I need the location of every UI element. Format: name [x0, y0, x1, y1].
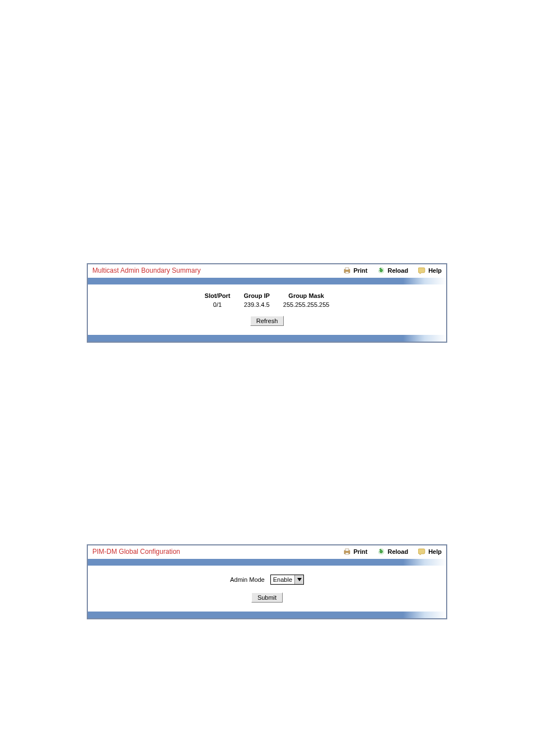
- reload-label: Reload: [387, 267, 408, 274]
- reload-button[interactable]: Reload: [377, 267, 408, 274]
- refresh-button[interactable]: Refresh: [250, 316, 284, 326]
- col-slot-port: Slot/Port: [198, 291, 237, 300]
- reload-button[interactable]: Reload: [377, 548, 408, 556]
- svg-rect-1: [345, 268, 349, 270]
- col-group-mask: Group Mask: [277, 291, 336, 300]
- cell-slot-port: 0/1: [198, 300, 237, 309]
- submit-button[interactable]: Submit: [251, 592, 283, 603]
- admin-mode-value: Enable: [273, 576, 294, 583]
- svg-rect-7: [345, 553, 349, 554]
- cell-group-ip: 239.3.4.5: [237, 300, 276, 309]
- help-label: Help: [428, 267, 442, 274]
- help-button[interactable]: Help: [418, 548, 442, 556]
- toolbar: Print Reload Help: [343, 267, 442, 274]
- table-row: 0/1 239.3.4.5 255.255.255.255: [198, 300, 336, 309]
- print-label: Print: [353, 267, 367, 274]
- table-header-row: Slot/Port Group IP Group Mask: [198, 291, 336, 300]
- svg-marker-10: [297, 578, 302, 581]
- page-title: Multicast Admin Boundary Summary: [92, 267, 343, 274]
- help-button[interactable]: Help: [418, 267, 442, 274]
- admin-mode-select[interactable]: Enable: [270, 575, 304, 585]
- svg-rect-2: [345, 272, 349, 273]
- col-group-ip: Group IP: [237, 291, 276, 300]
- chevron-down-icon: [294, 575, 303, 584]
- boundary-table: Slot/Port Group IP Group Mask 0/1 239.3.…: [198, 291, 336, 309]
- panel-content: Slot/Port Group IP Group Mask 0/1 239.3.…: [88, 284, 446, 335]
- divider-bar-bottom: [88, 612, 446, 618]
- print-icon: [343, 267, 351, 274]
- help-icon: [418, 548, 426, 556]
- print-label: Print: [353, 548, 367, 555]
- admin-mode-row: Admin Mode Enable: [88, 575, 446, 585]
- multicast-admin-boundary-panel: Multicast Admin Boundary Summary Print R…: [87, 263, 447, 343]
- page-title: PIM-DM Global Configuration: [92, 548, 343, 556]
- divider-bar-top: [88, 278, 446, 284]
- divider-bar-top: [88, 559, 446, 566]
- divider-bar-bottom: [88, 335, 446, 342]
- panel-content: Admin Mode Enable Submit: [88, 566, 446, 612]
- print-button[interactable]: Print: [343, 267, 367, 274]
- svg-rect-6: [345, 549, 349, 551]
- toolbar: Print Reload Help: [343, 548, 442, 556]
- print-button[interactable]: Print: [343, 548, 367, 556]
- pim-dm-global-config-panel: PIM-DM Global Configuration Print Reload…: [87, 544, 447, 619]
- reload-icon: [377, 548, 385, 556]
- help-icon: [418, 267, 426, 274]
- print-icon: [343, 548, 351, 556]
- reload-label: Reload: [387, 548, 408, 555]
- cell-group-mask: 255.255.255.255: [277, 300, 336, 309]
- panel-header: PIM-DM Global Configuration Print Reload…: [88, 545, 446, 559]
- reload-icon: [377, 267, 385, 274]
- admin-mode-label: Admin Mode: [230, 576, 265, 583]
- help-label: Help: [428, 548, 442, 555]
- panel-header: Multicast Admin Boundary Summary Print R…: [88, 264, 446, 278]
